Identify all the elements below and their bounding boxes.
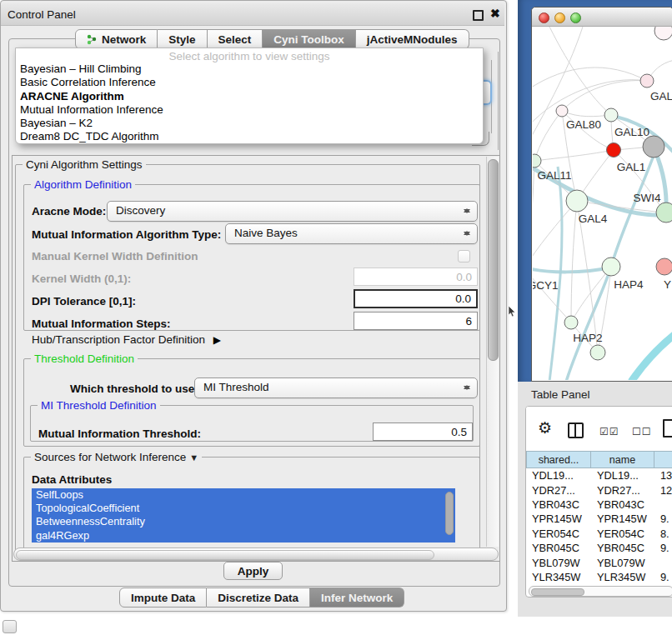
which-threshold-select[interactable]: MI Threshold [194,378,478,398]
table-column-header[interactable]: shared... [526,451,591,468]
data-attributes-list[interactable]: SelfLoopsTopologicalCoefficientBetweenne… [32,488,455,542]
network-node-hap4[interactable] [602,258,620,276]
kernel-width-field[interactable]: 0.0 [354,268,478,286]
network-edge[interactable] [534,111,562,161]
algorithm-option[interactable]: Bayesian – K2 [18,117,478,130]
mi-steps-field[interactable]: 6 [354,312,478,330]
split-columns-icon[interactable] [568,422,584,438]
tab-select[interactable]: Select [208,29,263,49]
network-edge[interactable] [533,68,647,89]
network-node-y[interactable] [656,258,672,275]
network-node-gal10[interactable] [604,108,618,122]
network-node-gal[interactable] [640,74,654,88]
network-edge[interactable] [533,161,534,268]
float-window-icon[interactable] [473,10,484,21]
network-edge[interactable] [562,111,611,117]
network-window-titlebar[interactable] [532,8,672,27]
table-column-header[interactable]: A [654,451,672,468]
close-panel-icon[interactable]: ✖ [490,7,500,20]
algorithm-option[interactable]: Dream8 DC_TDC Algorithm [18,130,478,143]
table-row[interactable]: YLR345WYLR345W9. [526,570,672,584]
network-node-label: GAL1 [617,161,646,173]
attribute-item[interactable]: gal4RGexp [32,529,455,542]
settings-vertical-scrollbar-thumb[interactable] [488,159,499,361]
network-node-gal80[interactable] [556,105,568,117]
docked-panel-icon[interactable] [3,620,17,633]
table-row[interactable]: YER054CYER054C8. [526,527,672,541]
network-node-swi4[interactable] [656,202,672,222]
collapse-down-icon[interactable]: ▼ [189,452,198,462]
network-view[interactable]: GALGAL80GAL10GAL1GAL11GAL4SWI4GCY1HAP4YH… [533,27,672,380]
attributes-scrollbar-thumb[interactable] [445,492,454,535]
network-node[interactable] [643,136,664,158]
table-row[interactable]: YDL19...YDL19...13 [526,468,672,482]
algorithm-dropdown-popup: Select algorithm to view settings Bayesi… [15,48,484,144]
network-edge[interactable] [571,201,577,322]
tab-network[interactable]: Network [75,29,158,49]
table-row[interactable]: YPR145WYPR145W9. [526,512,672,526]
network-window[interactable]: GALGAL80GAL10GAL1GAL11GAL4SWI4GCY1HAP4YH… [531,7,672,382]
algorithm-option[interactable]: Bayesian – Hill Climbing [18,62,478,76]
network-edge[interactable] [562,81,647,111]
algorithm-option[interactable]: Basic Correlation Inference [18,76,478,89]
aracne-mode-select[interactable]: Discovery [107,201,478,222]
attribute-item[interactable]: TopologicalCoefficient [32,502,455,515]
attribute-item[interactable]: BetweennessCentrality [32,515,455,528]
algorithm-option[interactable]: Mutual Information Inference [18,103,478,117]
group-border-fragment [498,52,499,150]
tab-style[interactable]: Style [158,29,207,49]
network-canvas[interactable]: GALGAL80GAL10GAL1GAL11GAL4SWI4GCY1HAP4YH… [533,27,672,380]
hub-transcription-section[interactable]: Hub/Transcription Factor Definition ▶ [32,333,221,346]
network-node-gal4[interactable] [566,190,588,212]
table-horizontal-scrollbar[interactable] [529,586,672,597]
table-row[interactable]: YDR27...YDR27...12 [526,482,672,497]
attribute-item[interactable]: SelfLoops [32,488,455,502]
table-row[interactable]: YBR045CYBR045C9. [526,541,672,555]
settings-horizontal-scrollbar-thumb[interactable] [16,550,434,560]
control-panel-titlebar[interactable] [1,3,504,26]
combo-arrows-icon [464,204,470,218]
table-cell: YDR27... [591,484,654,497]
network-node-gal1[interactable] [607,143,621,158]
table-horizontal-scrollbar-thumb[interactable] [531,588,584,596]
network-node[interactable] [654,27,672,40]
table-cell: 8. [654,528,672,540]
bottom-tab-discretize-data[interactable]: Discretize Data [207,588,310,608]
table-row[interactable]: YIL052CYIL052C9 [526,584,672,585]
bottom-tab-impute-data[interactable]: Impute Data [119,588,207,608]
bottom-tab-infer-network[interactable]: Infer Network [310,588,404,608]
table-column-header[interactable]: name [591,451,654,468]
combo-arrows-icon [464,381,470,394]
network-edge[interactable] [533,268,571,322]
expand-right-icon[interactable]: ▶ [213,334,221,346]
network-node-label: GCY1 [533,279,558,292]
network-node-label: HAP4 [614,278,644,291]
gear-icon[interactable]: ⚙ [538,420,552,436]
network-node[interactable] [590,345,605,360]
apply-button[interactable]: Apply [223,562,283,580]
close-traffic-light-icon[interactable] [539,12,549,23]
network-node-hap2[interactable] [564,316,578,329]
table-cell: YDR27... [526,484,591,497]
network-edge[interactable] [533,201,577,268]
minimize-traffic-light-icon[interactable] [554,12,565,23]
network-edge[interactable] [631,333,672,380]
deselect-all-checkboxes-icon[interactable]: ☐☐ [632,426,652,438]
manual-kernel-width-checkbox[interactable] [458,250,470,262]
export-table-icon[interactable] [663,419,672,438]
table-row[interactable]: YBR043CYBR043C [526,498,672,512]
table-row[interactable]: YBL079WYBL079W [526,555,672,569]
network-node-label: GAL10 [614,126,649,138]
select-all-checkboxes-icon[interactable]: ☑☑ [599,426,619,438]
tab-jactivemnodules[interactable]: jActiveMNodules [356,29,469,49]
table-header-row: shared...nameA [526,451,672,468]
data-attributes-label: Data Attributes [32,473,112,486]
network-edge[interactable] [549,27,611,115]
algorithm-option[interactable]: ARACNE Algorithm [18,90,478,103]
mi-algorithm-type-select[interactable]: Naive Bayes [225,223,478,244]
zoom-traffic-light-icon[interactable] [570,12,581,23]
tab-cyni-toolbox[interactable]: Cyni Toolbox [263,29,356,49]
dpi-tolerance-field[interactable]: 0.0 [354,289,478,308]
network-edge[interactable] [534,150,614,161]
mi-threshold-field[interactable]: 0.5 [373,422,473,441]
